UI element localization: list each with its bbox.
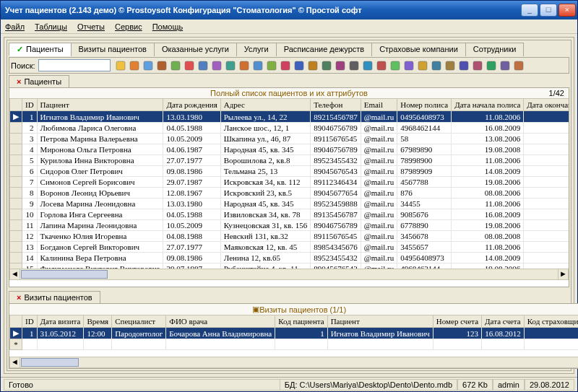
toolbar-icon-13[interactable] (293, 59, 306, 71)
close-button[interactable]: × (558, 4, 576, 17)
toolbar-icon-9[interactable] (238, 59, 251, 71)
toolbar-icon-22[interactable] (417, 59, 429, 71)
grid1-hscroll[interactable]: ◄► (9, 269, 569, 280)
toolbar-icon-20[interactable] (389, 59, 402, 71)
svg-rect-20 (391, 61, 400, 70)
toolbar-icon-25[interactable] (458, 59, 470, 71)
table-row-empty[interactable]: * (10, 339, 579, 350)
toolbar-icon-8[interactable] (225, 59, 237, 71)
subtab-visits[interactable]: ×Визиты пациентов (9, 291, 100, 303)
col-header[interactable]: Номер счета (433, 315, 481, 328)
minimize-button[interactable]: _ (521, 4, 538, 17)
col-header[interactable]: Пациент (37, 99, 163, 111)
toolbar-icon-0[interactable] (115, 59, 127, 71)
col-header[interactable]: ФИО врача (166, 315, 275, 328)
svg-rect-17 (350, 61, 358, 70)
col-header[interactable]: Email (361, 99, 397, 111)
table-row[interactable]: 4Миронова Ольга Петровна04.06.1987Народн… (10, 144, 569, 155)
table-row[interactable]: 8Воронов Леонид Юрьевич12.08.1967Искровс… (10, 188, 569, 199)
svg-rect-8 (226, 61, 235, 70)
table-row[interactable]: 13Богданов Сергей Викторович27.07.1977Ма… (10, 242, 569, 253)
toolbar-icon-15[interactable] (321, 59, 333, 71)
menu-file[interactable]: Файл (5, 22, 25, 31)
tab-services[interactable]: Услуги (236, 43, 277, 56)
col-header[interactable]: Дата счета (482, 315, 525, 328)
col-header[interactable]: Дата визита (37, 315, 84, 328)
toolbar-icon-28[interactable] (499, 59, 512, 71)
status-db: БД: C:\Users\Mariya\Desktop\Dento\Dento.… (280, 379, 457, 391)
menu-help[interactable]: Помощь (152, 22, 184, 31)
tab-patients[interactable]: ✓Пациенты (9, 43, 72, 56)
col-header[interactable]: Специалист (112, 315, 166, 328)
toolbar-icon-19[interactable] (376, 59, 388, 71)
toolbar-icon-7[interactable] (211, 59, 223, 71)
svg-rect-3 (158, 61, 166, 70)
toolbar-icon-5[interactable] (184, 59, 196, 71)
col-header[interactable]: Дата рождения (163, 99, 220, 111)
toolbar-icon-11[interactable] (266, 59, 278, 71)
status-size: 672 Kb (457, 379, 493, 391)
grid2-hscroll[interactable]: ◄► (9, 357, 578, 368)
svg-rect-28 (501, 61, 509, 70)
table-row[interactable]: ▶131.05.201212:00ПародонтологБочарова Ан… (10, 328, 579, 339)
col-header[interactable]: Адрес (220, 99, 310, 111)
menu-reports[interactable]: Отчеты (77, 22, 105, 31)
toolbar-icon-3[interactable] (156, 59, 168, 71)
tab-services-rendered[interactable]: Оказанные услуги (154, 43, 237, 56)
table-row[interactable]: 5Курилова Инна Викторовна27.07.1977Ворош… (10, 155, 569, 166)
col-header[interactable]: Время (84, 315, 112, 328)
toolbar-icon-2[interactable] (142, 59, 155, 71)
maximize-button[interactable]: □ (540, 4, 557, 17)
col-header[interactable]: Код пациента (275, 315, 327, 328)
toolbar-icon-16[interactable] (335, 59, 347, 71)
tab-staff[interactable]: Сотрудники (465, 43, 525, 56)
table-row[interactable]: 2Любимова Лариса Олеговна04.05.1988Ланск… (10, 123, 569, 134)
menu-service[interactable]: Сервис (115, 22, 142, 31)
col-header[interactable]: Код страховщика (524, 315, 578, 328)
toolbar-icon-6[interactable] (197, 59, 210, 71)
col-header[interactable]: ID (22, 315, 38, 328)
subtab-patients[interactable]: ×Пациенты (9, 75, 69, 87)
col-header[interactable]: Дата начала полиса (452, 99, 524, 111)
toolbar-icon-27[interactable] (486, 59, 498, 71)
table-row[interactable]: 7Симонов Сергей Борисович29.07.1987Искро… (10, 177, 569, 188)
col-header[interactable]: Телефон (311, 99, 361, 111)
toolbar-icon-17[interactable] (348, 59, 361, 71)
toolbar-icon-21[interactable] (403, 59, 415, 71)
toolbar-icon-10[interactable] (252, 59, 264, 71)
table-row[interactable]: 6Сидоров Олег Петрович09.08.1986Тельмана… (10, 166, 569, 177)
toolbar-icon-24[interactable] (444, 59, 457, 71)
toolbar-icon-12[interactable] (280, 59, 292, 71)
col-header[interactable]: Пациент (327, 315, 433, 328)
table-row[interactable]: ▶1Игнатов Владимир Иванович13.03.1980Рыл… (10, 111, 569, 123)
toolbar-icon-26[interactable] (472, 59, 484, 71)
patients-table[interactable]: IDПациентДата рожденияАдресТелефонEmailН… (9, 98, 569, 269)
svg-rect-18 (363, 61, 372, 70)
toolbar-icon-14[interactable] (307, 59, 319, 71)
grid1-caption: Полный список пациентов и их аттрибутов … (9, 88, 569, 98)
toolbar-icon-1[interactable] (129, 59, 141, 71)
table-row[interactable]: 10Горлова Инга Сергеевна04.05.1988Извило… (10, 209, 569, 220)
tab-schedule[interactable]: Расписание дежурств (276, 43, 372, 56)
tab-visits[interactable]: Визиты пациентов (71, 43, 155, 56)
table-row[interactable]: 3Петрова Марина Валерьевна10.05.2009Шкап… (10, 134, 569, 144)
col-header[interactable]: ID (22, 99, 38, 111)
table-row[interactable]: 12Ткаченко Юлия Игоревна04.08.1988Невски… (10, 231, 569, 242)
table-row[interactable]: 15Филимонова Виктория Викторовна29.07.19… (10, 263, 569, 269)
table-row[interactable]: 11Лапина Марина Леонидовна10.05.2009Кузн… (10, 220, 569, 231)
toolbar-icon-23[interactable] (431, 59, 443, 71)
search-input[interactable] (38, 59, 111, 71)
col-header[interactable]: Дата окончания полиса (524, 99, 569, 111)
tab-insurance[interactable]: Страховые компании (371, 43, 466, 56)
table-row[interactable]: 9Лосева Марина Леонидовна13.03.1980Народ… (10, 199, 569, 209)
table-row[interactable]: 14Калинина Вера Петровна09.08.1986Ленина… (10, 253, 569, 263)
svg-rect-26 (473, 61, 482, 70)
col-header[interactable]: Номер полиса (397, 99, 452, 111)
toolbar-icon-18[interactable] (362, 59, 374, 71)
svg-rect-10 (254, 61, 262, 70)
toolbar-icon-4[interactable] (170, 59, 182, 71)
toolbar-icon-29[interactable] (513, 59, 525, 71)
menu-tables[interactable]: Таблицы (35, 22, 67, 31)
visits-table[interactable]: IDДата визитаВремяСпециалистФИО врачаКод… (9, 315, 578, 350)
main-tabs: ✓Пациенты Визиты пациентов Оказанные усл… (9, 42, 569, 56)
